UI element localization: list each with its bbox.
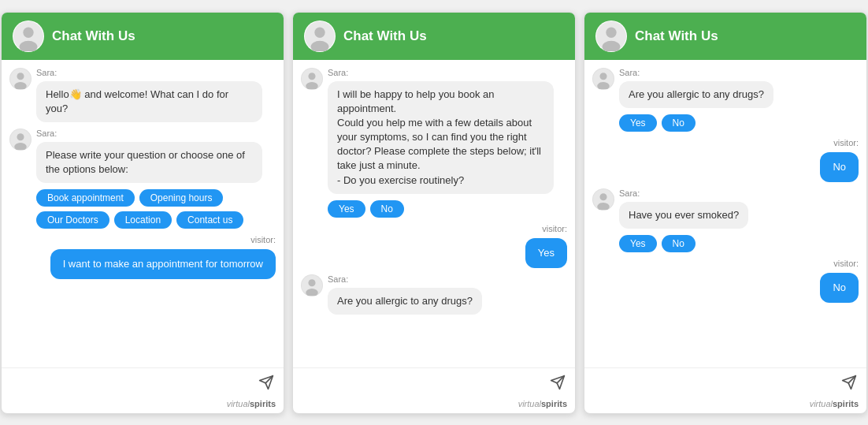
quick-btn-no[interactable]: No (662, 235, 696, 252)
chat-widget-3: Chat With Us Sara:Are you allergic to an… (584, 12, 867, 414)
header-title: Chat With Us (343, 28, 427, 44)
bot-message-row: Sara:Have you ever smoked?YesNo (592, 188, 859, 252)
bot-avatar (301, 68, 323, 90)
quick-btn-yes[interactable]: Yes (328, 200, 365, 218)
chat-header: Chat With Us (2, 13, 284, 60)
chat-widgets-container: Chat With Us Sara:Hello👋 and welcome! Wh… (1, 12, 867, 414)
message-content: Sara:I will be happy to help you book an… (328, 68, 554, 218)
bot-avatar (9, 129, 32, 151)
message-content: Sara:Please write your question or choos… (36, 129, 262, 229)
chat-widget-2: Chat With Us Sara:I will be happy to hel… (292, 12, 576, 414)
chat-footer (293, 367, 575, 397)
svg-point-23 (606, 27, 616, 37)
bot-avatar (9, 68, 32, 90)
bot-avatar (592, 188, 614, 211)
quick-buttons: Book appointmentOpening hoursOur Doctors… (36, 189, 262, 229)
svg-point-4 (17, 73, 24, 80)
quick-btn-yes[interactable]: Yes (619, 114, 657, 132)
brand-text: virtualspirits (227, 399, 276, 408)
quick-btn-yes[interactable]: Yes (619, 235, 657, 252)
svg-point-18 (308, 279, 315, 286)
chat-widget-1: Chat With Us Sara:Hello👋 and welcome! Wh… (1, 12, 284, 414)
quick-btn-location[interactable]: Location (114, 211, 172, 229)
visitor-message-row: visitor:Yes (301, 224, 567, 268)
bot-message-row: Sara:Please write your question or choos… (9, 129, 276, 229)
bot-bubble: Are you allergic to any drugs? (619, 81, 773, 108)
sender-label: Sara: (36, 68, 262, 77)
sender-label: Sara: (619, 188, 748, 198)
visitor-label: visitor: (542, 224, 567, 233)
bot-message-row: Sara:Hello👋 and welcome! What can I do f… (9, 68, 276, 122)
chat-input[interactable] (11, 376, 252, 388)
bot-bubble: Hello👋 and welcome! What can I do for yo… (36, 81, 262, 122)
sender-label: Sara: (328, 68, 554, 77)
quick-btn-book-appointment[interactable]: Book appointment (36, 189, 135, 207)
send-button[interactable] (841, 375, 857, 390)
avatar (304, 21, 336, 52)
bot-message-row: Sara:Are you allergic to any drugs? (301, 274, 567, 315)
bot-bubble: Please write your question or choose one… (36, 142, 262, 183)
bot-avatar (301, 274, 323, 296)
quick-btn-our-doctors[interactable]: Our Doctors (36, 211, 109, 229)
quick-btn-no[interactable]: No (662, 114, 696, 132)
brand-footer: virtualspirits (293, 397, 575, 413)
quick-btn-opening-hours[interactable]: Opening hours (139, 189, 224, 207)
svg-point-29 (599, 193, 606, 200)
header-title: Chat With Us (52, 28, 135, 44)
bot-message-row: Sara:Are you allergic to any drugs?YesNo (592, 68, 859, 132)
bot-bubble: Are you allergic to any drugs? (328, 288, 482, 315)
visitor-label: visitor: (833, 138, 859, 147)
quick-buttons: YesNo (619, 114, 773, 132)
sender-label: Sara: (619, 68, 773, 77)
chat-input[interactable] (594, 376, 835, 388)
bot-message-row: Sara:I will be happy to help you book an… (301, 68, 567, 218)
avatar (13, 21, 44, 52)
send-button[interactable] (550, 375, 566, 390)
message-content: Sara:Have you ever smoked?YesNo (619, 188, 748, 252)
send-button[interactable] (258, 375, 274, 390)
chat-footer (2, 367, 284, 397)
svg-point-12 (314, 27, 325, 37)
sender-label: Sara: (36, 129, 262, 138)
quick-btn-contact-us[interactable]: Contact us (176, 211, 243, 229)
quick-buttons: YesNo (328, 200, 554, 218)
visitor-message-row: visitor:No (592, 138, 859, 182)
svg-point-15 (308, 73, 315, 80)
brand-footer: virtualspirits (584, 397, 866, 413)
avatar (595, 21, 627, 52)
message-content: Sara:Are you allergic to any drugs?YesNo (619, 68, 773, 132)
message-content: Sara:Hello👋 and welcome! What can I do f… (36, 68, 262, 122)
svg-point-7 (17, 133, 24, 140)
message-content: Sara:Are you allergic to any drugs? (328, 274, 482, 315)
visitor-message-row: visitor:No (592, 259, 859, 303)
visitor-label: visitor: (250, 235, 276, 244)
chat-body: Sara:Are you allergic to any drugs?YesNo… (584, 60, 866, 367)
chat-header: Chat With Us (293, 13, 575, 60)
chat-body: Sara:I will be happy to help you book an… (293, 60, 575, 367)
bot-bubble: Have you ever smoked? (619, 202, 748, 229)
chat-body: Sara:Hello👋 and welcome! What can I do f… (2, 60, 284, 367)
chat-footer (584, 367, 866, 397)
sender-label: Sara: (328, 274, 482, 284)
visitor-bubble: Yes (525, 238, 567, 268)
quick-btn-no[interactable]: No (370, 200, 404, 218)
quick-buttons: YesNo (619, 235, 748, 252)
bot-bubble: I will be happy to help you book an appo… (328, 81, 554, 194)
visitor-bubble: I want to make an appointment for tomorr… (50, 249, 276, 279)
visitor-bubble: No (820, 152, 859, 182)
brand-footer: virtualspirits (2, 397, 284, 413)
visitor-label: visitor: (833, 259, 859, 268)
chat-header: Chat With Us (584, 13, 866, 60)
svg-point-26 (599, 73, 606, 80)
brand-text: virtualspirits (518, 399, 567, 408)
bot-avatar (592, 68, 614, 90)
header-title: Chat With Us (635, 28, 718, 44)
chat-input[interactable] (302, 376, 543, 388)
visitor-message-row: visitor:I want to make an appointment fo… (9, 235, 276, 279)
brand-text: virtualspirits (810, 399, 859, 408)
svg-point-1 (23, 27, 33, 37)
visitor-bubble: No (820, 273, 859, 303)
